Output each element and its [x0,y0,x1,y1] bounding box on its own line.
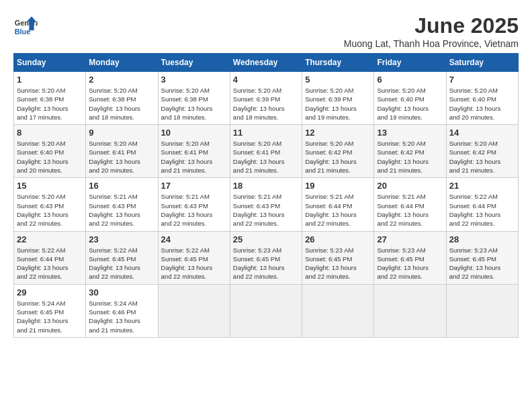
calendar-body: 1Sunrise: 5:20 AM Sunset: 6:38 PM Daylig… [14,72,519,338]
day-cell: 2Sunrise: 5:20 AM Sunset: 6:38 PM Daylig… [86,72,158,125]
day-info: Sunrise: 5:20 AM Sunset: 6:43 PM Dayligh… [17,192,83,228]
day-info: Sunrise: 5:21 AM Sunset: 6:44 PM Dayligh… [377,192,443,228]
day-info: Sunrise: 5:22 AM Sunset: 6:44 PM Dayligh… [449,192,515,228]
day-cell: 13Sunrise: 5:20 AM Sunset: 6:42 PM Dayli… [374,125,446,178]
week-row-2: 8Sunrise: 5:20 AM Sunset: 6:40 PM Daylig… [14,125,519,178]
day-number: 14 [449,128,515,138]
day-cell: 24Sunrise: 5:22 AM Sunset: 6:45 PM Dayli… [158,231,230,284]
day-cell: 30Sunrise: 5:24 AM Sunset: 6:46 PM Dayli… [86,284,158,337]
day-info: Sunrise: 5:22 AM Sunset: 6:44 PM Dayligh… [17,246,83,281]
day-number: 6 [377,75,443,85]
day-info: Sunrise: 5:24 AM Sunset: 6:46 PM Dayligh… [89,299,154,334]
day-number: 4 [233,75,299,85]
day-info: Sunrise: 5:23 AM Sunset: 6:45 PM Dayligh… [449,246,515,281]
title-area: June 2025 Muong Lat, Thanh Hoa Province,… [344,13,519,49]
day-number: 30 [89,287,154,298]
week-row-5: 29Sunrise: 5:24 AM Sunset: 6:45 PM Dayli… [14,284,519,337]
day-number: 19 [305,181,371,191]
day-number: 16 [89,181,154,191]
day-number: 9 [89,128,154,138]
day-info: Sunrise: 5:24 AM Sunset: 6:45 PM Dayligh… [17,299,83,334]
day-info: Sunrise: 5:21 AM Sunset: 6:43 PM Dayligh… [161,192,227,228]
day-number: 21 [449,181,515,191]
day-number: 10 [161,128,227,138]
day-number: 8 [17,128,83,138]
day-cell: 4Sunrise: 5:20 AM Sunset: 6:39 PM Daylig… [230,72,302,125]
day-number: 7 [449,75,515,85]
day-info: Sunrise: 5:23 AM Sunset: 6:45 PM Dayligh… [233,246,299,281]
day-cell: 20Sunrise: 5:21 AM Sunset: 6:44 PM Dayli… [374,178,446,231]
day-cell: 7Sunrise: 5:20 AM Sunset: 6:40 PM Daylig… [446,72,518,125]
day-number: 5 [305,75,371,85]
day-cell [446,284,518,337]
calendar-table: SundayMondayTuesdayWednesdayThursdayFrid… [13,53,519,338]
day-info: Sunrise: 5:21 AM Sunset: 6:43 PM Dayligh… [89,192,154,228]
day-cell: 5Sunrise: 5:20 AM Sunset: 6:39 PM Daylig… [302,72,374,125]
day-info: Sunrise: 5:22 AM Sunset: 6:45 PM Dayligh… [89,246,154,281]
day-cell: 23Sunrise: 5:22 AM Sunset: 6:45 PM Dayli… [86,231,158,284]
day-info: Sunrise: 5:23 AM Sunset: 6:45 PM Dayligh… [305,246,371,281]
day-number: 25 [233,234,299,244]
day-number: 20 [377,181,443,191]
day-cell: 19Sunrise: 5:21 AM Sunset: 6:44 PM Dayli… [302,178,374,231]
header: General Blue June 2025 Muong Lat, Thanh … [13,13,519,49]
day-cell: 12Sunrise: 5:20 AM Sunset: 6:42 PM Dayli… [302,125,374,178]
day-info: Sunrise: 5:20 AM Sunset: 6:38 PM Dayligh… [17,86,83,122]
day-info: Sunrise: 5:20 AM Sunset: 6:39 PM Dayligh… [233,86,299,122]
day-number: 27 [377,234,443,244]
header-cell-sunday: Sunday [14,54,86,72]
day-cell [230,284,302,337]
calendar-subtitle: Muong Lat, Thanh Hoa Province, Vietnam [344,38,519,49]
day-cell [158,284,230,337]
day-number: 29 [17,287,83,298]
svg-text:Blue: Blue [15,28,30,36]
day-cell: 16Sunrise: 5:21 AM Sunset: 6:43 PM Dayli… [86,178,158,231]
day-cell: 10Sunrise: 5:20 AM Sunset: 6:41 PM Dayli… [158,125,230,178]
day-cell: 6Sunrise: 5:20 AM Sunset: 6:40 PM Daylig… [374,72,446,125]
day-cell: 15Sunrise: 5:20 AM Sunset: 6:43 PM Dayli… [14,178,86,231]
day-number: 17 [161,181,227,191]
logo: General Blue [13,13,38,38]
header-cell-monday: Monday [86,54,158,72]
day-number: 28 [449,234,515,244]
day-cell: 25Sunrise: 5:23 AM Sunset: 6:45 PM Dayli… [230,231,302,284]
day-number: 24 [161,234,227,244]
day-cell: 9Sunrise: 5:20 AM Sunset: 6:41 PM Daylig… [86,125,158,178]
day-info: Sunrise: 5:23 AM Sunset: 6:45 PM Dayligh… [377,246,443,281]
day-cell: 28Sunrise: 5:23 AM Sunset: 6:45 PM Dayli… [446,231,518,284]
day-number: 12 [305,128,371,138]
day-number: 13 [377,128,443,138]
day-cell [374,284,446,337]
day-info: Sunrise: 5:20 AM Sunset: 6:38 PM Dayligh… [89,86,154,122]
header-cell-thursday: Thursday [302,54,374,72]
day-info: Sunrise: 5:20 AM Sunset: 6:39 PM Dayligh… [305,86,371,122]
day-number: 11 [233,128,299,138]
day-cell: 27Sunrise: 5:23 AM Sunset: 6:45 PM Dayli… [374,231,446,284]
day-cell: 29Sunrise: 5:24 AM Sunset: 6:45 PM Dayli… [14,284,86,337]
header-cell-saturday: Saturday [446,54,518,72]
day-cell: 26Sunrise: 5:23 AM Sunset: 6:45 PM Dayli… [302,231,374,284]
day-number: 26 [305,234,371,244]
day-number: 22 [17,234,83,244]
day-cell: 3Sunrise: 5:20 AM Sunset: 6:38 PM Daylig… [158,72,230,125]
calendar-title: June 2025 [344,13,519,38]
day-info: Sunrise: 5:22 AM Sunset: 6:45 PM Dayligh… [161,246,227,281]
day-cell: 1Sunrise: 5:20 AM Sunset: 6:38 PM Daylig… [14,72,86,125]
day-info: Sunrise: 5:20 AM Sunset: 6:40 PM Dayligh… [449,86,515,122]
day-cell: 14Sunrise: 5:20 AM Sunset: 6:42 PM Dayli… [446,125,518,178]
day-info: Sunrise: 5:20 AM Sunset: 6:40 PM Dayligh… [377,86,443,122]
day-cell: 21Sunrise: 5:22 AM Sunset: 6:44 PM Dayli… [446,178,518,231]
day-cell: 22Sunrise: 5:22 AM Sunset: 6:44 PM Dayli… [14,231,86,284]
day-cell [302,284,374,337]
day-info: Sunrise: 5:20 AM Sunset: 6:42 PM Dayligh… [305,139,371,175]
day-number: 18 [233,181,299,191]
day-cell: 11Sunrise: 5:20 AM Sunset: 6:41 PM Dayli… [230,125,302,178]
day-number: 1 [17,75,83,85]
day-info: Sunrise: 5:20 AM Sunset: 6:41 PM Dayligh… [89,139,154,175]
calendar-header-row: SundayMondayTuesdayWednesdayThursdayFrid… [14,54,519,72]
day-info: Sunrise: 5:20 AM Sunset: 6:41 PM Dayligh… [161,139,227,175]
day-number: 3 [161,75,227,85]
day-number: 2 [89,75,154,85]
week-row-4: 22Sunrise: 5:22 AM Sunset: 6:44 PM Dayli… [14,231,519,284]
day-info: Sunrise: 5:20 AM Sunset: 6:41 PM Dayligh… [233,139,299,175]
